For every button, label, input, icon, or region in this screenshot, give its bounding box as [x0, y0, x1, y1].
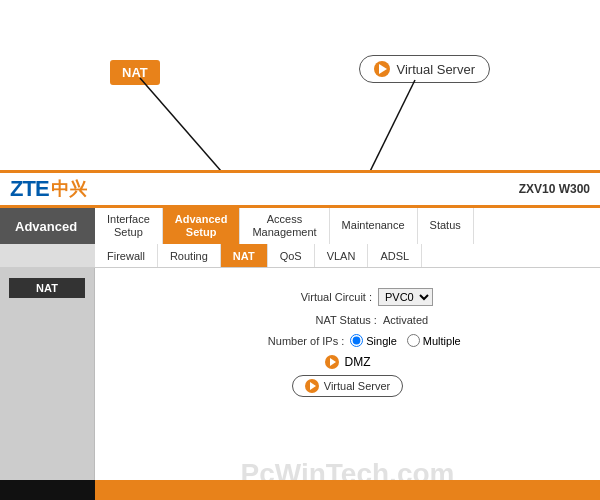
sidebar-nat-section: NAT [9, 278, 84, 298]
single-option[interactable]: Single [350, 334, 397, 347]
virtual-server-button-label: Virtual Server [324, 380, 390, 392]
top-area: NAT Virtual Server [0, 0, 600, 170]
num-ips-label: Number of IPs : [234, 335, 344, 347]
nav-status[interactable]: Status [418, 208, 474, 244]
virtual-server-callout: Virtual Server [359, 55, 490, 83]
nat-status-value: Activated [383, 314, 428, 326]
virtual-server-play-icon [305, 379, 319, 393]
subnav-qos[interactable]: QoS [268, 244, 315, 267]
multiple-radio[interactable] [407, 334, 420, 347]
num-ips-radio-group: Single Multiple [350, 334, 460, 347]
header-bar: ZTE 中兴 ZXV10 W300 [0, 170, 600, 208]
nat-callout: NAT [110, 60, 160, 85]
model-text: ZXV10 W300 [519, 182, 590, 196]
dmz-row: DMZ [115, 355, 580, 369]
primary-nav: Advanced InterfaceSetup AdvancedSetup Ac… [0, 208, 600, 244]
zte-logo: ZTE 中兴 [10, 176, 87, 202]
vs-callout-icon [374, 61, 390, 77]
content-area: NAT Virtual Circuit : PVC0 PVC1 NAT Stat… [0, 268, 600, 500]
page-wrapper: NAT Virtual Server ZTE 中兴 ZXV10 W300 Adv… [0, 0, 600, 500]
secondary-nav: Firewall Routing NAT QoS VLAN ADSL [0, 244, 600, 268]
dmz-label: DMZ [345, 355, 371, 369]
dmz-icon [325, 355, 339, 369]
subnav-firewall[interactable]: Firewall [95, 244, 158, 267]
virtual-server-button[interactable]: Virtual Server [292, 375, 403, 397]
bottom-bar-black [0, 480, 95, 500]
nav-access-management[interactable]: AccessManagement [240, 208, 329, 244]
subnav-vlan[interactable]: VLAN [315, 244, 369, 267]
sub-nav-items: Firewall Routing NAT QoS VLAN ADSL [95, 244, 600, 267]
chinese-text: 中兴 [51, 177, 87, 201]
zte-text: ZTE [10, 176, 49, 202]
single-radio[interactable] [350, 334, 363, 347]
subnav-adsl[interactable]: ADSL [368, 244, 422, 267]
nat-status-row: NAT Status : Activated [115, 314, 580, 326]
arrow-lines [0, 0, 600, 170]
nav-items: InterfaceSetup AdvancedSetup AccessManag… [95, 208, 600, 244]
main-content: Virtual Circuit : PVC0 PVC1 NAT Status :… [95, 268, 600, 500]
nav-interface-setup[interactable]: InterfaceSetup [95, 208, 163, 244]
multiple-label: Multiple [423, 335, 461, 347]
subnav-routing[interactable]: Routing [158, 244, 221, 267]
sidebar-panel: NAT [0, 268, 95, 500]
nav-advanced-setup[interactable]: AdvancedSetup [163, 208, 241, 244]
virtual-circuit-label: Virtual Circuit : [262, 291, 372, 303]
svg-line-2 [260, 80, 415, 170]
nav-maintenance[interactable]: Maintenance [330, 208, 418, 244]
bottom-bar-orange [95, 480, 600, 500]
vs-callout-label: Virtual Server [396, 62, 475, 77]
subnav-nat[interactable]: NAT [221, 244, 268, 267]
nav-section-label: Advanced [0, 208, 95, 244]
num-ips-row: Number of IPs : Single Multiple [115, 334, 580, 347]
nat-status-label: NAT Status : [267, 314, 377, 326]
nav-sidebar-space [0, 244, 95, 267]
virtual-circuit-row: Virtual Circuit : PVC0 PVC1 [115, 288, 580, 306]
svg-line-0 [140, 78, 255, 170]
multiple-option[interactable]: Multiple [407, 334, 461, 347]
virtual-circuit-select[interactable]: PVC0 PVC1 [378, 288, 433, 306]
single-label: Single [366, 335, 397, 347]
